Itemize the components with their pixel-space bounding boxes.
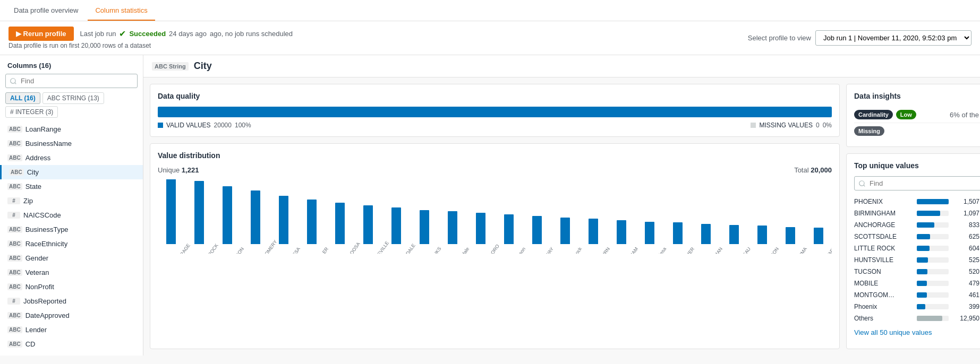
bar-label: MADISON (760, 246, 780, 254)
col-name: Gender (25, 254, 48, 262)
col-type-badge: ABC (7, 240, 22, 247)
sidebar-item-businesstype[interactable]: ABCBusinessType (0, 222, 143, 237)
sidebar-item-raceethnicity[interactable]: ABCRaceEthnicity (0, 237, 143, 251)
unique-bar (917, 316, 949, 321)
total-count: 20,000 (811, 166, 832, 174)
bar-column: MADISON (749, 226, 776, 252)
bar-label: CONWAY (535, 246, 555, 254)
toolbar: ▶ Rerun profile Last job run ✔ Succeeded… (0, 21, 980, 55)
cards-row: Data quality VALID VALUES 20000 100% (143, 77, 980, 356)
col-name: Address (25, 154, 51, 162)
sidebar-item-state[interactable]: ABCState (0, 179, 143, 194)
unique-value-count: 1,097 (953, 210, 979, 217)
bar (194, 181, 204, 244)
sidebar-item-loanrange[interactable]: ABCLoanRange (0, 122, 143, 136)
filter-integer[interactable]: # INTEGER (3) (5, 106, 58, 118)
sidebar-item-address[interactable]: ABCAddress (0, 151, 143, 165)
tab-column-stats[interactable]: Column statistics (88, 1, 155, 21)
bar-label: MONTGOMERY (253, 246, 273, 254)
unique-value-count: 479 (953, 280, 979, 287)
view-all-link[interactable]: View all 50 unique values (854, 328, 932, 336)
unique-bar-fill (917, 246, 930, 251)
insight-row: CardinalityLow6% of the rows are unique1… (854, 107, 980, 123)
col-name: Veteran (25, 268, 49, 276)
unique-bar (917, 234, 949, 239)
col-type-badge: ABC (7, 183, 22, 190)
bar (560, 218, 570, 244)
bar-label: FAYETTEVILLE (366, 246, 386, 254)
col-type-badge: ABC (7, 312, 22, 319)
missing-label-text: MISSING VALUES (759, 122, 812, 129)
unique-bar-fill (917, 292, 927, 298)
status-prefix: Last job run (80, 30, 116, 38)
valid-dot-icon (158, 123, 163, 128)
sidebar-item-cd[interactable]: ABCCD (0, 337, 143, 351)
right-panel: Data insights CardinalityLow6% of the ro… (846, 84, 980, 349)
valid-label-text: VALID VALUES (166, 122, 211, 129)
unique-value-name: MOBILE (854, 280, 913, 287)
unique-bar (917, 211, 949, 216)
quality-bar-container: VALID VALUES 20000 100% MISSING VALUES 0… (158, 107, 832, 129)
sidebar-item-city[interactable]: ABCCity (0, 165, 143, 179)
total-label: Total 20,000 (794, 166, 832, 174)
sidebar-item-businessname[interactable]: ABCBusinessName (0, 136, 143, 151)
sidebar-item-jobsreported[interactable]: #JobsReported (0, 294, 143, 308)
unique-value-count: 625 (953, 233, 979, 240)
bar (814, 228, 823, 244)
bar-column: TUSCALOOSA (327, 203, 353, 252)
col-name: RaceEthnicity (25, 240, 67, 248)
badge-low: Low (896, 110, 916, 119)
missing-count: 0 (816, 122, 820, 129)
filter-string[interactable]: ABC STRING (13) (42, 92, 104, 104)
bar-label: JONESBORO (479, 246, 498, 254)
quality-missing-label: MISSING VALUES 0 0% (751, 122, 832, 129)
unique-value-name: HUNTSVILLE (854, 256, 913, 264)
unique-value-row: PHOENIX 1,507 7% (854, 196, 980, 207)
sidebar-item-nonprofit[interactable]: ABCNonProfit (0, 280, 143, 294)
col-type-badge: ABC (7, 226, 22, 233)
valid-pct: 100% (235, 122, 251, 129)
sidebar-search-input[interactable] (5, 74, 138, 88)
bar-label: ANCHORAGE (169, 246, 189, 254)
unique-value-row: SCOTTSDALE 625 3% (854, 231, 980, 242)
sidebar-filters: ALL (16) ABC STRING (13) # INTEGER (3) (0, 92, 143, 122)
bar-column: BESSEMER (664, 222, 691, 252)
unique-bar-fill (917, 281, 927, 286)
unique-search-input[interactable] (854, 176, 980, 190)
bar-column: LITTLE ROCK (186, 181, 212, 252)
unique-search (854, 176, 980, 190)
unique-value-row: LITTLE ROCK 604 3% (854, 242, 980, 254)
filter-all[interactable]: ALL (16) (5, 92, 40, 104)
unique-bar-fill (917, 304, 925, 309)
bar-column: PELHAM (608, 220, 635, 252)
tab-data-profile[interactable]: Data profile overview (6, 1, 86, 21)
quality-valid-bar (158, 107, 832, 117)
sidebar-item-lender[interactable]: ABCLender (0, 323, 143, 337)
unique-value-row: ANCHORAGE 833 4% (854, 219, 980, 231)
unique-bar-fill (917, 234, 930, 239)
tab-bar: Data profile overview Column statistics (0, 0, 980, 21)
profile-select[interactable]: Job run 1 | November 11, 2020, 9:52:03 p… (815, 30, 972, 46)
sidebar-item-gender[interactable]: ABCGender (0, 251, 143, 265)
sidebar-column-list: ABCLoanRangeABCBusinessNameABCAddressABC… (0, 122, 143, 356)
col-name: BusinessName (25, 140, 72, 148)
sidebar-item-naicscode[interactable]: #NAICSCode (0, 208, 143, 222)
bar (307, 200, 317, 244)
sidebar-item-dateapproved[interactable]: ABCDateApproved (0, 308, 143, 323)
bar-column: AUBURN (580, 219, 607, 252)
bar-column: Scottsdale (439, 211, 466, 252)
sidebar-item-zip[interactable]: #Zip (0, 194, 143, 208)
sidebar-item-veteran[interactable]: ABCVeteran (0, 265, 143, 280)
unique-value-count: 520 (953, 268, 979, 275)
bar (279, 196, 288, 244)
unique-bar-fill (917, 211, 940, 216)
rerun-button[interactable]: ▶ Rerun profile (8, 27, 74, 41)
status-check-icon: ✔ (119, 29, 126, 39)
insights-title: Data insights (854, 92, 980, 100)
unique-value-name: TUCSON (854, 268, 913, 275)
unique-value-name: Others (854, 315, 913, 322)
bar-column: MONTGOMERY (242, 190, 269, 252)
bar-column: JUNEAU (721, 225, 747, 252)
bar-label: YUMA (788, 246, 808, 254)
insights-badges: CardinalityLow6% of the rows are unique1… (854, 107, 980, 139)
